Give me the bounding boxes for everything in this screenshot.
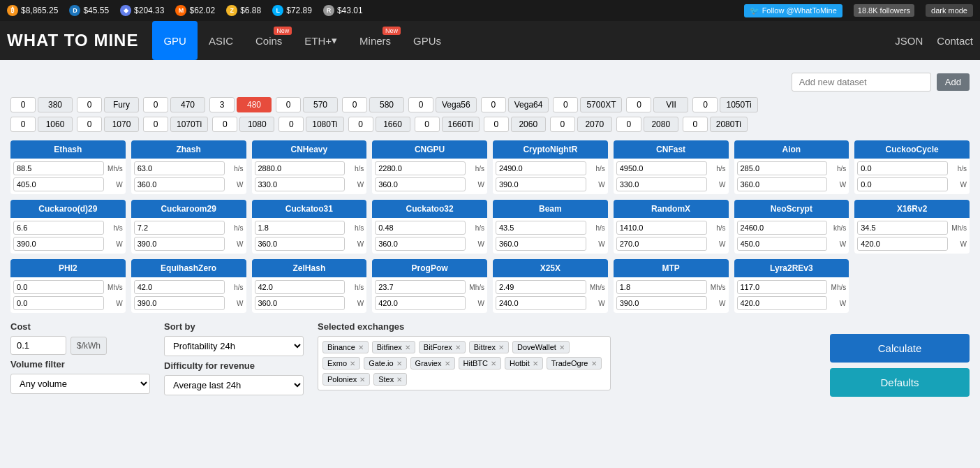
algo-hashrate-cuckoocycle[interactable] xyxy=(857,161,948,175)
algo-hashrate-beam[interactable] xyxy=(496,221,586,235)
algo-hashrate-x16rv2[interactable] xyxy=(857,221,948,235)
gpu-count-1660Ti[interactable] xyxy=(415,117,440,132)
algo-hashrate-zelhash[interactable] xyxy=(255,280,346,294)
gpu-count-1660[interactable] xyxy=(348,117,373,132)
exchange-remove-exmo[interactable]: ✕ xyxy=(350,360,355,367)
exchange-remove-dovewallet[interactable]: ✕ xyxy=(559,344,565,351)
algo-power-cnheavy[interactable] xyxy=(255,177,346,191)
algo-header-equihashzero[interactable]: EquihashZero xyxy=(131,259,246,277)
exchange-remove-graviex[interactable]: ✕ xyxy=(445,360,450,367)
algo-power-cuckatoo31[interactable] xyxy=(255,237,346,251)
exchange-remove-bitfinex[interactable]: ✕ xyxy=(405,344,410,351)
nav-item-miners[interactable]: MinersNew xyxy=(348,21,402,60)
algo-power-cuckaroo-d-29[interactable] xyxy=(13,237,104,251)
algo-power-neoscrypt[interactable] xyxy=(737,237,828,251)
algo-header-cnfast[interactable]: CNFast xyxy=(614,140,729,159)
algo-power-zelhash[interactable] xyxy=(255,296,346,310)
algo-hashrate-cnheavy[interactable] xyxy=(255,161,346,175)
algo-header-lyra2rev3[interactable]: Lyra2REv3 xyxy=(734,259,849,277)
algo-header-aion[interactable]: Aion xyxy=(734,140,849,159)
gpu-count-380[interactable] xyxy=(10,97,36,112)
algo-header-randomx[interactable]: RandomX xyxy=(614,200,729,218)
algo-power-cuckaroom29[interactable] xyxy=(134,237,225,251)
add-dataset-button[interactable]: Add xyxy=(937,73,970,91)
gpu-count-1080[interactable] xyxy=(212,117,237,132)
algo-power-mtp[interactable] xyxy=(616,296,707,310)
gpu-count-580[interactable] xyxy=(342,97,367,112)
algo-header-phi2[interactable]: PHI2 xyxy=(10,259,126,277)
algo-hashrate-cuckaroo-d-29[interactable] xyxy=(13,221,104,235)
exchange-remove-gate.io[interactable]: ✕ xyxy=(396,360,402,367)
algo-power-zhash[interactable] xyxy=(134,177,225,191)
algo-hashrate-mtp[interactable] xyxy=(616,280,707,294)
exchange-remove-poloniex[interactable]: ✕ xyxy=(359,376,365,383)
algo-header-cuckaroom29[interactable]: Cuckaroom29 xyxy=(131,200,246,218)
dark-mode-button[interactable]: dark mode xyxy=(926,4,973,17)
algo-hashrate-cryptonightr[interactable] xyxy=(496,161,586,175)
algo-hashrate-ethash[interactable] xyxy=(13,161,104,175)
algo-header-cuckatoo31[interactable]: Cuckatoo31 xyxy=(252,200,367,218)
algo-header-zhash[interactable]: Zhash xyxy=(131,140,246,159)
dataset-input[interactable] xyxy=(792,73,931,92)
nav-item-asic[interactable]: ASIC xyxy=(198,21,244,60)
algo-power-aion[interactable] xyxy=(737,177,828,191)
algo-header-progpow[interactable]: ProgPow xyxy=(372,259,487,277)
algo-hashrate-zhash[interactable] xyxy=(134,161,225,175)
algo-hashrate-cngpu[interactable] xyxy=(375,161,466,175)
exchange-remove-bitforex[interactable]: ✕ xyxy=(455,344,461,351)
exchange-remove-tradeogre[interactable]: ✕ xyxy=(591,360,597,367)
gpu-count-1070Ti[interactable] xyxy=(143,117,168,132)
algo-header-cnheavy[interactable]: CNHeavy xyxy=(252,140,367,159)
gpu-count-1080Ti[interactable] xyxy=(279,117,304,132)
nav-item-coins[interactable]: CoinsNew xyxy=(244,21,293,60)
algo-header-x16rv2[interactable]: X16Rv2 xyxy=(854,200,970,218)
algo-power-cuckatoo32[interactable] xyxy=(375,237,466,251)
gpu-count-5700XT[interactable] xyxy=(553,97,578,112)
algo-power-progpow[interactable] xyxy=(375,296,466,310)
nav-right-contact[interactable]: Contact xyxy=(937,35,973,47)
algo-power-cryptonightr[interactable] xyxy=(496,177,586,191)
cost-input[interactable] xyxy=(10,336,66,355)
algo-header-cngpu[interactable]: CNGPU xyxy=(372,140,487,159)
gpu-count-Vega64[interactable] xyxy=(481,97,506,112)
gpu-count-2060[interactable] xyxy=(484,117,509,132)
gpu-count-Vega56[interactable] xyxy=(408,97,433,112)
nav-right-json[interactable]: JSON xyxy=(895,35,923,47)
difficulty-select[interactable]: Average last 24h xyxy=(164,375,304,395)
volume-filter-select[interactable]: Any volume xyxy=(10,374,150,394)
gpu-count-2080Ti[interactable] xyxy=(683,117,708,132)
gpu-count-570[interactable] xyxy=(276,97,301,112)
gpu-count-480[interactable] xyxy=(209,97,235,112)
algo-header-x25x[interactable]: X25X xyxy=(493,259,608,277)
algo-hashrate-cuckatoo31[interactable] xyxy=(255,221,346,235)
algo-power-cngpu[interactable] xyxy=(375,177,466,191)
algo-header-cuckaroo-d-29[interactable]: Cuckaroo(d)29 xyxy=(10,200,126,218)
algo-header-neoscrypt[interactable]: NeoScrypt xyxy=(734,200,849,218)
defaults-button[interactable]: Defaults xyxy=(830,368,970,397)
exchange-remove-hitbtc[interactable]: ✕ xyxy=(491,360,496,367)
exchange-remove-binance[interactable]: ✕ xyxy=(358,344,364,351)
algo-power-x25x[interactable] xyxy=(496,296,586,310)
algo-hashrate-equihashzero[interactable] xyxy=(134,280,225,294)
algo-power-ethash[interactable] xyxy=(13,177,104,191)
gpu-count-2070[interactable] xyxy=(550,117,575,132)
nav-item-gpu[interactable]: GPU xyxy=(152,21,198,60)
gpu-count-470[interactable] xyxy=(143,97,168,112)
algo-hashrate-cnfast[interactable] xyxy=(616,161,707,175)
algo-hashrate-x25x[interactable] xyxy=(496,280,586,294)
algo-power-phi2[interactable] xyxy=(13,296,104,310)
nav-item-eth_plus[interactable]: ETH+ ▾ xyxy=(293,21,348,60)
algo-power-x16rv2[interactable] xyxy=(857,237,948,251)
exchange-remove-hotbit[interactable]: ✕ xyxy=(533,360,538,367)
algo-header-beam[interactable]: Beam xyxy=(493,200,608,218)
gpu-count-1050Ti[interactable] xyxy=(692,97,718,112)
gpu-count-1060[interactable] xyxy=(10,117,36,132)
algo-header-mtp[interactable]: MTP xyxy=(614,259,729,277)
algo-power-beam[interactable] xyxy=(496,237,586,251)
gpu-count-1070[interactable] xyxy=(77,117,102,132)
algo-power-equihashzero[interactable] xyxy=(134,296,225,310)
algo-power-lyra2rev3[interactable] xyxy=(737,296,828,310)
calculate-button[interactable]: Calculate xyxy=(830,334,970,363)
algo-hashrate-cuckatoo32[interactable] xyxy=(375,221,466,235)
gpu-count-VII[interactable] xyxy=(626,97,651,112)
